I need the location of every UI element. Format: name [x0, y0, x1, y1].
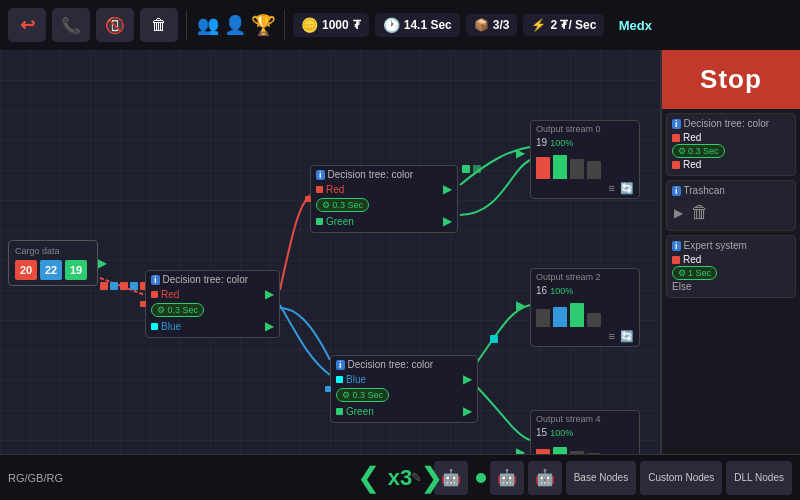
robot-icon-1: 🤖 [441, 468, 461, 487]
robot-icon-btn-2[interactable]: 🤖 [490, 461, 524, 495]
bottom-right: 🤖 🤖 🤖 Base Nodes Custom Nodes DLL Nodes [434, 461, 792, 495]
coins-stat: 🪙 1000 ₮ [293, 13, 369, 37]
tab-dll-nodes[interactable]: DLL Nodes [726, 461, 792, 495]
decision-node-1: i Decision tree: color Red ▶ ⚙ 0.3 Sec G… [310, 165, 458, 233]
stop-button[interactable]: Stop [662, 50, 800, 109]
coin-symbol: ₮ [353, 18, 361, 32]
prev-button[interactable]: ❮ [357, 464, 380, 492]
rp-dt-speed: 0.3 Sec [688, 146, 719, 156]
coins-value: 1000 [322, 18, 349, 32]
time-stat: 🕐 14.1 Sec [375, 13, 460, 37]
phone-on-icon: 📞 [61, 16, 81, 35]
phone-off-icon: 📵 [105, 16, 125, 35]
trash-icon: 🗑 [151, 16, 167, 34]
bottom-label: RG/GB/RG [8, 472, 400, 484]
trash-can-icon: 🗑 [691, 202, 709, 223]
phone-on-button[interactable]: 📞 [52, 8, 90, 42]
cargo-node: Cargo data 20 22 19 ▶ [8, 240, 98, 286]
arrow-to-os2: ▶ [516, 298, 525, 312]
rp-es-speed: 1 Sec [688, 268, 711, 278]
phone-off-button[interactable]: 📵 [96, 8, 134, 42]
rp-es-row1: Red [683, 254, 701, 265]
canvas-area[interactable]: Cargo data 20 22 19 ▶ i Decision tree: c… [0, 50, 660, 500]
bottom-bar: RG/GB/RG ✎ ❮ x3 ❯ 🤖 🤖 🤖 Base Nodes Custo… [0, 454, 800, 500]
robot-icon-2: 🤖 [497, 468, 517, 487]
clock-icon: 🕐 [383, 17, 400, 33]
rp-dt-title: Decision tree: color [684, 118, 770, 129]
right-panel: Stop i Decision tree: color Red ⚙ 0.3 Se… [660, 50, 800, 500]
x3-label: x3 [388, 465, 412, 491]
robot-icon-3: 🤖 [535, 468, 555, 487]
rp-expert-system-card: i Expert system Red ⚙ 1 Sec Else [666, 235, 796, 298]
cargo-badge-22: 22 [40, 260, 62, 280]
user-label: Medx [619, 18, 792, 33]
rate-value: 2 ₮/ Sec [550, 18, 596, 32]
box-icon: 📦 [474, 18, 489, 32]
arrow-to-os0: ▶ [516, 146, 525, 160]
trash-button[interactable]: 🗑 [140, 8, 178, 42]
top-bar: ↩ 📞 📵 🗑 👥 👤 🏆 🪙 1000 ₮ 🕐 14.1 Sec 📦 3/3 … [0, 0, 800, 50]
output-stream-2: Output stream 2 16 100% ≡ 🔄 [530, 268, 640, 347]
rp-trash-title: Trashcan [684, 185, 725, 196]
rp-dt-row1: Red [683, 132, 701, 143]
boxes-value: 3/3 [493, 18, 510, 32]
time-value: 14.1 Sec [404, 18, 452, 32]
cargo-title: Cargo data [15, 246, 91, 256]
rp-dt-row2: Red [683, 159, 701, 170]
divider2 [284, 10, 285, 40]
mid-squares-mid [490, 335, 498, 343]
rate-icon: ⚡ [531, 18, 546, 32]
cargo-badges: 20 22 19 [15, 260, 91, 280]
bottom-center: ❮ x3 ❯ [357, 464, 443, 492]
status-dot [476, 473, 486, 483]
decision-node-3: i Decision tree: color Blue ▶ ⚙ 0.3 Sec … [330, 355, 478, 423]
next-button[interactable]: ❯ [420, 464, 443, 492]
back-icon: ↩ [20, 14, 35, 36]
cargo-badge-20: 20 [15, 260, 37, 280]
back-button[interactable]: ↩ [8, 8, 46, 42]
decision-node-2: i Decision tree: color Red ▶ ⚙ 0.3 Sec B… [145, 270, 280, 338]
rate-stat: ⚡ 2 ₮/ Sec [523, 14, 604, 36]
rp-trashcan-card: i Trashcan ▶ 🗑 [666, 180, 796, 231]
divider1 [186, 10, 187, 40]
rp-es-row2: Else [672, 281, 691, 292]
robot-icon-btn-3[interactable]: 🤖 [528, 461, 562, 495]
tab-base-nodes[interactable]: Base Nodes [566, 461, 636, 495]
mid-squares-top [462, 165, 481, 173]
rp-decision-tree-card: i Decision tree: color Red ⚙ 0.3 Sec Red [666, 113, 796, 176]
boxes-stat: 📦 3/3 [466, 14, 518, 36]
rp-es-title: Expert system [684, 240, 747, 251]
cargo-badge-19: 19 [65, 260, 87, 280]
coin-icon: 🪙 [301, 17, 318, 33]
output-stream-0: Output stream 0 19 100% ≡ 🔄 [530, 120, 640, 199]
tab-custom-nodes[interactable]: Custom Nodes [640, 461, 722, 495]
